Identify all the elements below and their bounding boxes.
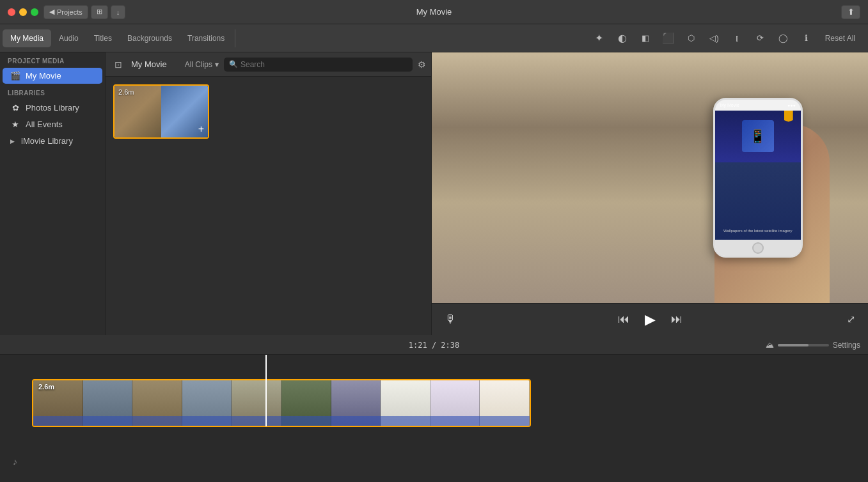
layout-button[interactable]: ⊞ [91,5,108,19]
home-circle [752,242,764,254]
preview-video: My Movie ●●● 📱 Wallpapers of the latest … [432,52,868,303]
share-icon: ⬆ [848,7,855,17]
total-time: 2:38 [441,341,459,350]
volume-icon: ◁) [709,33,718,43]
add-clip-icon[interactable]: + [198,123,204,135]
zoom-slider[interactable] [778,344,829,346]
download-button[interactable]: ↓ [111,5,126,19]
magic-wand-button[interactable]: ✦ [590,29,609,47]
media-browser-title: My Movie [131,59,167,69]
person-icon: ◯ [778,33,788,43]
phone-app-symbol: 📱 [750,128,766,144]
timeline-content[interactable]: 2.6m ♪ [0,355,868,482]
timeline-tracks: 2.6m [13,361,537,457]
crop-button[interactable]: ⬛ [659,29,678,47]
close-button[interactable] [8,8,15,16]
search-icon: 🔍 [229,60,238,68]
tab-audio[interactable]: Audio [51,29,86,47]
settings-gear-icon[interactable]: ⚙ [418,59,426,70]
tab-transitions[interactable]: Transitions [180,29,232,47]
current-time: 1:21 [409,341,427,350]
preview-controls: 🎙 ⏮ ▶ ⏭ ⤢ [432,303,868,335]
skip-to-start-button[interactable]: ⏮ [618,313,629,326]
audio-bar [33,416,530,426]
color-balance-button[interactable]: ◐ [613,29,632,47]
phone-app-icon: 📱 [742,120,774,152]
timeline-area: 1:21 / 2:38 ⛰ Settings 2.6m [0,335,868,482]
preview-area: My Movie ●●● 📱 Wallpapers of the latest … [432,52,868,335]
media-content: 2.6m + [106,77,431,335]
play-icon: ▶ [645,311,656,328]
color-board-button[interactable]: ◧ [636,29,655,47]
project-media-header: PROJECT MEDIA [0,52,105,67]
color-balance-icon: ◐ [618,32,627,44]
film-icon: 🎬 [10,71,20,81]
skip-to-end-button[interactable]: ⏭ [671,313,683,326]
search-box: 🔍 [224,58,413,72]
playhead[interactable] [265,355,267,426]
skip-to-start-icon: ⏮ [618,313,629,326]
camera-button[interactable]: ⬡ [682,29,701,47]
photos-icon: ✿ [10,103,20,113]
crop-icon: ⬛ [662,32,675,44]
sidebar-item-imovie-library[interactable]: ▶ iMovie Library [3,133,102,149]
fullscreen-button[interactable] [31,8,38,16]
microphone-icon: 🎙 [445,313,456,325]
timeline-timecode: 1:21 / 2:38 [409,341,460,350]
camera-icon: ⬡ [688,33,695,43]
speed-button[interactable]: ⟳ [751,29,770,47]
toolbar-tabs: My Media Audio Titles Backgrounds Transi… [0,29,235,47]
info-button[interactable]: ℹ [797,29,816,47]
color-board-icon: ◧ [642,33,649,43]
media-browser-header: ⊡ My Movie All Clips ▾ 🔍 ⚙ [106,52,431,77]
video-clip-thumbnail[interactable]: 2.6m + [113,84,209,139]
phone-bookmark [784,111,793,122]
main-area: PROJECT MEDIA 🎬 My Movie LIBRARIES ✿ Pho… [0,52,868,335]
tab-titles[interactable]: Titles [86,29,120,47]
sidebar: PROJECT MEDIA 🎬 My Movie LIBRARIES ✿ Pho… [0,52,106,335]
timeline-header: 1:21 / 2:38 ⛰ Settings [0,336,868,355]
projects-label: Projects [57,8,83,16]
titlebar: ◀ Projects ⊞ ↓ My Movie ⬆ [0,0,868,24]
my-movie-label: My Movie [26,71,61,81]
all-events-label: All Events [26,120,63,129]
download-icon: ↓ [116,8,120,16]
timeline-clip[interactable]: 2.6m [32,379,531,427]
tab-backgrounds[interactable]: Backgrounds [120,29,180,47]
phone-home-button[interactable] [715,240,801,256]
settings-button[interactable]: Settings [833,341,860,350]
back-button[interactable]: ◀ Projects [43,5,88,19]
phone-caption: Wallpapers of the latest satellite image… [720,228,796,233]
person-button[interactable]: ◯ [774,29,793,47]
fullscreen-expand-button[interactable]: ⤢ [847,313,855,325]
clip-duration: 2.6m [118,88,134,96]
media-browser: ⊡ My Movie All Clips ▾ 🔍 ⚙ 2.6m + [106,52,432,335]
events-icon: ★ [10,120,20,129]
filter-dropdown[interactable]: All Clips ▾ [185,60,219,69]
equalizer-button[interactable]: ⫿ [728,29,747,47]
sidebar-item-photos-library[interactable]: ✿ Photos Library [3,100,102,116]
audio-track: ♪ [13,453,855,469]
libraries-header: LIBRARIES [0,84,105,99]
phone-mockup: My Movie ●●● 📱 Wallpapers of the latest … [713,98,803,258]
reset-all-button[interactable]: Reset All [820,31,860,45]
minimize-button[interactable] [19,8,27,16]
play-button[interactable]: ▶ [645,311,656,328]
toolbar-tools: ✦ ◐ ◧ ⬛ ⬡ ◁) ⫿ ⟳ ◯ ℹ Reset All [590,29,868,47]
share-button[interactable]: ⬆ [841,5,860,19]
timeline-clip-label: 2.6m [38,383,54,391]
video-canvas: My Movie ●●● 📱 Wallpapers of the latest … [432,52,868,303]
speed-icon: ⟳ [757,33,764,43]
volume-button[interactable]: ◁) [705,29,724,47]
equalizer-icon: ⫿ [735,33,739,43]
layout-icon: ⊞ [97,8,102,16]
music-note-icon: ♪ [13,456,17,467]
search-input[interactable] [241,60,407,69]
fullscreen-expand-icon: ⤢ [847,314,855,325]
sidebar-item-all-events[interactable]: ★ All Events [3,116,102,132]
tab-my-media[interactable]: My Media [3,29,51,47]
sidebar-toggle-button[interactable]: ⊡ [111,58,126,72]
microphone-button[interactable]: 🎙 [445,313,456,326]
magic-wand-icon: ✦ [595,32,603,44]
sidebar-item-my-movie[interactable]: 🎬 My Movie [3,68,102,84]
